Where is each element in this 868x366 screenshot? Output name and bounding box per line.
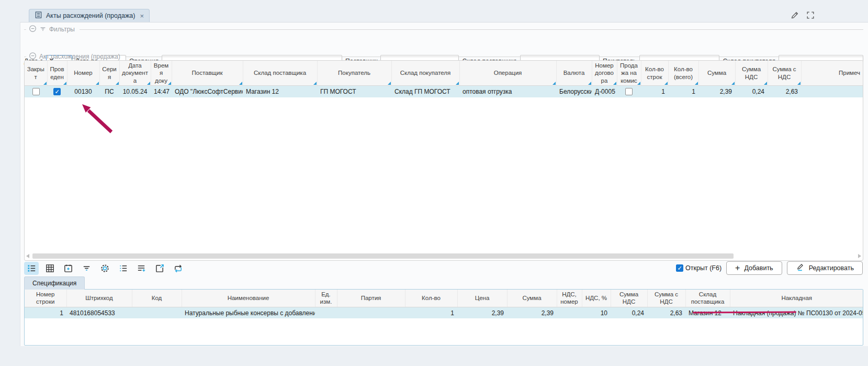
col-closed[interactable]: Закрыт [25,61,47,86]
col-rows-count[interactable]: Кол-во строк [641,61,668,86]
fullscreen-icon[interactable] [805,10,816,20]
cell-spec-sum[interactable]: 2,39 [507,307,557,318]
cell-sum-with-vat[interactable]: 2,63 [768,86,801,97]
cell-batch[interactable] [337,307,405,318]
col-barcode[interactable]: Штрихкод [66,290,132,307]
numbered-list-icon[interactable] [116,262,130,275]
cell-unit[interactable] [315,307,337,318]
list-view-icon[interactable] [24,262,39,275]
closed-checkbox[interactable] [32,88,40,95]
cell-note[interactable] [801,86,863,97]
col-number[interactable]: Номер [67,61,99,86]
cell-series[interactable]: ПС [99,86,119,97]
col-supplier[interactable]: Поставщик [172,61,243,86]
cell-sum[interactable]: 2,39 [698,86,735,97]
edit-button[interactable]: Редактировать [787,261,863,275]
col-sum[interactable]: Сумма [698,61,735,86]
spec-row[interactable]: 1 4810168054533 Натуральные рыбные консе… [25,307,863,318]
filters-group-label: Фильтры [49,26,75,33]
reload-loop-icon[interactable] [171,262,185,275]
col-vat-number[interactable]: НДС, номер [557,290,582,307]
calendar-plus-icon[interactable] [61,262,75,275]
scroll-left-icon[interactable] [26,254,29,258]
cell-doc-date[interactable]: 10.05.24 [119,86,151,97]
cell-operation[interactable]: оптовая отгрузка [459,86,556,97]
edit-pencil-icon[interactable] [790,10,800,20]
col-spec-sum-vat[interactable]: Сумма НДС [611,290,647,307]
col-spec-sum-with-vat[interactable]: Сумма с НДС [647,290,685,307]
list-add-icon[interactable] [134,262,149,275]
tab-close-icon[interactable]: × [140,12,144,20]
cell-contract[interactable]: Д-0005 [592,86,617,97]
col-qty-total[interactable]: Кол-во (всего) [668,61,698,86]
grid-view-icon[interactable] [42,262,57,275]
cell-qty-total[interactable]: 1 [668,86,698,97]
col-sum-with-vat[interactable]: Сумма с НДС [768,61,801,86]
col-spec-sum[interactable]: Сумма [507,290,557,307]
cell-vat-number[interactable] [557,307,582,318]
col-series[interactable]: Серия [99,61,119,86]
col-qty[interactable]: Кол-во [405,290,457,307]
cell-number[interactable]: 00130 [67,86,99,97]
filter-icon[interactable] [79,262,94,275]
cell-line-number[interactable]: 1 [25,307,66,318]
col-posted[interactable]: Проведен [47,61,67,86]
col-name[interactable]: Наименование [182,290,315,307]
scrollbar-thumb[interactable] [32,253,734,259]
col-price[interactable]: Цена [457,290,507,307]
cell-spec-sum-with-vat[interactable]: 2,63 [647,307,685,318]
cell-invoice[interactable]: Накладная (продажа) № ПС00130 от 2024-05… [730,307,863,318]
cell-currency[interactable]: Белорусский [556,86,592,97]
col-note[interactable]: Примеч [801,61,863,86]
cell-supplier[interactable]: ОДО "ЛюксСофтСервис [172,86,243,97]
cell-code[interactable] [132,307,182,318]
cell-vat-percent[interactable]: 10 [582,307,611,318]
horizontal-scrollbar[interactable] [26,252,861,259]
cell-price[interactable]: 2,39 [457,307,507,318]
commission-checkbox[interactable] [625,88,633,95]
col-invoice[interactable]: Накладная [730,290,863,307]
col-supplier-store[interactable]: Склад поставщика [243,61,317,86]
record-controls: Открыт (F6) + Добавить Редактировать [676,261,863,275]
col-unit[interactable]: Ед. изм. [315,290,337,307]
tab-specification[interactable]: Спецификация [24,276,85,290]
add-button[interactable]: + Добавить [726,261,782,275]
app-window: Акты расхождений (продажа) × Фильтры Да [0,0,868,366]
cell-supplier-store[interactable]: Магазин 12 [243,86,317,97]
tab-acts-discrepancy[interactable]: Акты расхождений (продажа) × [29,9,150,22]
cell-rows-count[interactable]: 1 [641,86,668,97]
col-batch[interactable]: Партия [337,290,405,307]
cell-buyer-store[interactable]: Склад ГП МОГОСТ [391,86,459,97]
cell-doc-time[interactable]: 14:47 [151,86,172,97]
col-code[interactable]: Код [132,290,182,307]
col-spec-supplier-store[interactable]: Склад поставщика [685,290,730,307]
cell-barcode[interactable]: 4810168054533 [66,307,132,318]
open-f6-toggle[interactable]: Открыт (F6) [676,264,722,272]
col-buyer[interactable]: Покупатель [317,61,391,86]
cell-name[interactable]: Натуральные рыбные консервы с добавление [182,307,315,318]
cell-buyer[interactable]: ГП МОГОСТ [317,86,391,97]
cell-spec-supplier-store[interactable]: Магазин 12 [685,307,730,318]
col-doc-date[interactable]: Дата документа [119,61,151,86]
col-sum-vat[interactable]: Сумма НДС [735,61,768,86]
posted-checkbox[interactable] [53,88,61,95]
settings-gear-icon[interactable] [97,262,112,275]
document-row[interactable]: 00130 ПС 10.05.24 14:47 ОДО "ЛюксСофтСер… [25,86,863,97]
col-contract[interactable]: Номер договора [592,61,617,86]
open-f6-checkbox[interactable] [676,264,683,272]
open-external-icon[interactable] [152,262,167,275]
col-buyer-store[interactable]: Склад покупателя [391,61,459,86]
col-line-number[interactable]: Номер строки [25,290,66,307]
collapse-filters-icon[interactable] [29,25,37,34]
col-commission[interactable]: Продажа на комис [617,61,641,86]
col-currency[interactable]: Валюта [556,61,592,86]
open-f6-label: Открыт (F6) [685,264,722,272]
scroll-right-icon[interactable] [858,254,861,258]
cell-spec-sum-vat[interactable]: 0,24 [611,307,647,318]
col-doc-time[interactable]: Время доку [151,61,172,86]
col-operation[interactable]: Операция [459,61,556,86]
col-vat-percent[interactable]: НДС, % [582,290,611,307]
cell-qty[interactable]: 1 [405,307,457,318]
cell-sum-vat[interactable]: 0,24 [735,86,768,97]
specification-grid: Номер строки Штрихкод Код Наименование Е… [24,289,863,346]
